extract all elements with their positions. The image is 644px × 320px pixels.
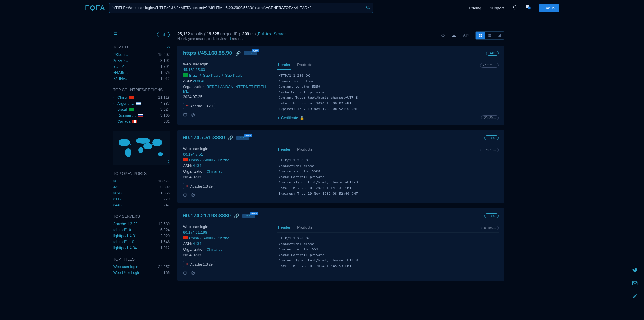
edit-icon[interactable] [632, 293, 638, 300]
screenshot-icon[interactable] [183, 113, 187, 118]
region-link[interactable]: Sao Paulo [203, 73, 220, 78]
port-pill[interactable]: 443 [486, 51, 499, 56]
fid-pill[interactable]: PKb…999+ [236, 136, 249, 140]
country-link[interactable]: Brazil [189, 73, 198, 78]
result-title[interactable]: 60.174.7.51:8889 [183, 135, 225, 141]
page-title-text: Web user login [183, 62, 271, 66]
link-icon[interactable]: 🔗 [234, 213, 239, 218]
svg-rect-20 [500, 34, 501, 37]
sidebar-item[interactable]: YcaLY…1,791 [113, 65, 170, 69]
component-tag[interactable]: ✒Apache 1.3.29 [183, 103, 215, 109]
port-pill[interactable]: 8889 [484, 135, 499, 140]
translate-icon[interactable] [525, 4, 531, 11]
map-expand-icon[interactable]: ⛶ [165, 160, 169, 164]
region-link[interactable]: Anhui [203, 236, 213, 240]
tab-products[interactable]: Products [297, 61, 313, 70]
more-icon[interactable]: ⋮ [360, 5, 364, 10]
fid-pill[interactable]: PKb…999+ [244, 51, 257, 55]
sidebar-item[interactable]: ›Canada681 [113, 119, 170, 124]
org-label: Organization: [183, 247, 205, 252]
chart-view-icon[interactable] [495, 32, 504, 39]
asn-link[interactable]: 4134 [193, 164, 201, 168]
sidebar-item[interactable]: Apache 1.3.2912,589 [113, 222, 170, 226]
bell-icon[interactable] [512, 5, 517, 11]
tab-products[interactable]: Products [297, 145, 313, 154]
filter-menu-icon[interactable]: ☰ [113, 31, 118, 37]
component-tag[interactable]: ✒Apache 1.3.29 [183, 183, 215, 189]
asn-link[interactable]: 268043 [193, 79, 205, 83]
sidebar-item[interactable]: ›Brazil3,624 [113, 107, 170, 112]
sidebar-item[interactable]: lighttpd/1.4.341,012 [113, 246, 170, 250]
city-link[interactable]: Chizhou [218, 158, 231, 162]
fid-pill[interactable]: PKb…999+ [242, 214, 255, 218]
sidebar-item[interactable]: 8443747 [113, 203, 170, 207]
sidebar-item[interactable]: ›Argentina4,387 [113, 101, 170, 106]
star-icon[interactable]: ☆ [441, 32, 446, 39]
sidebar-item[interactable]: Web user login24,957 [113, 265, 170, 269]
sidebar-item[interactable]: 4438,082 [113, 185, 170, 189]
login-button[interactable]: Log in [539, 4, 559, 12]
sidebar-item[interactable]: rchttpd/1.1.01,546 [113, 240, 170, 244]
sidebar-item[interactable]: ›Russian …3,165 [113, 113, 170, 118]
sidebar-item[interactable]: 80901,055 [113, 191, 170, 195]
screenshot-icon[interactable] [183, 271, 187, 276]
twitter-icon[interactable] [632, 267, 638, 275]
pricing-link[interactable]: Pricing [469, 6, 481, 10]
port-pill[interactable]: 8889 [484, 213, 499, 218]
country-link[interactable]: China [189, 158, 199, 162]
filter-all-pill[interactable]: all [157, 32, 170, 37]
screenshot-icon[interactable] [183, 193, 187, 198]
sidebar-item[interactable]: 2nBV9…3,192 [113, 59, 170, 63]
tab-products[interactable]: Products [297, 223, 313, 232]
sidebar-item[interactable]: rchttpd/1.06,924 [113, 228, 170, 232]
cert-hash-pill[interactable]: 29d29… [481, 115, 499, 120]
hash-pill[interactable]: -76971… [480, 148, 499, 152]
org-link[interactable]: Chinanet [207, 247, 222, 252]
hash-pill[interactable]: -76971… [480, 63, 499, 68]
search-icon[interactable] [366, 5, 370, 11]
country-link[interactable]: China [189, 236, 199, 240]
city-link[interactable]: Sao Paulo [225, 73, 242, 78]
sidebar-item[interactable]: Web User Login165 [113, 271, 170, 275]
sidebar-item[interactable]: ›China11,118 [113, 95, 170, 100]
ip-link[interactable]: 60.174.21.198 [183, 230, 207, 235]
ip-link[interactable]: 45.168.85.90 [183, 68, 205, 72]
cube-icon[interactable] [191, 113, 195, 118]
grid-view-icon[interactable] [476, 32, 485, 39]
download-icon[interactable] [451, 32, 457, 39]
tab-header[interactable]: Header [277, 223, 291, 232]
org-link[interactable]: Chinanet [207, 169, 222, 174]
sidebar-item[interactable]: B/TINv…1,012 [113, 76, 170, 81]
sidebar-item[interactable]: vNZJ5…1,075 [113, 70, 170, 75]
cube-icon[interactable] [191, 193, 195, 198]
sidebar-item[interactable]: lighttpd/1.4.312,020 [113, 234, 170, 238]
fid-clear-icon[interactable]: ⟲ [167, 45, 170, 49]
svg-point-7 [143, 143, 152, 149]
support-link[interactable]: Support [490, 6, 504, 10]
world-map[interactable]: ⛶ [113, 131, 170, 165]
sidebar-item[interactable]: 8010,477 [113, 179, 170, 183]
fulltext-link[interactable]: Full-text Search [258, 31, 286, 36]
link-icon[interactable]: 🔗 [228, 135, 233, 140]
component-tag[interactable]: ✒Apache 1.3.29 [183, 261, 215, 267]
region-link[interactable]: Anhui [203, 158, 213, 162]
cube-icon[interactable] [191, 271, 195, 276]
city-link[interactable]: Chizhou [218, 236, 231, 240]
certificate-link[interactable]: + Certificate 🔒 [277, 116, 304, 120]
search-input[interactable] [112, 6, 358, 10]
view-all-link[interactable]: all [228, 37, 231, 41]
hash-pill[interactable]: 64453… [481, 226, 499, 230]
api-link[interactable]: API [463, 33, 470, 38]
mail-icon[interactable] [632, 280, 638, 288]
ip-link[interactable]: 60.174.7.51 [183, 152, 203, 157]
logo[interactable]: FFA [85, 4, 105, 12]
tab-header[interactable]: Header [277, 61, 291, 70]
list-view-icon[interactable] [485, 32, 495, 39]
sidebar-item[interactable]: 8117779 [113, 197, 170, 201]
sidebar-item[interactable]: PKbdn…15,607 [113, 53, 170, 57]
asn-link[interactable]: 4134 [193, 242, 201, 246]
result-title[interactable]: 60.174.21.198:8889 [183, 213, 231, 219]
result-title[interactable]: https://45.168.85.90 [183, 50, 232, 56]
link-icon[interactable]: 🔗 [235, 51, 241, 56]
tab-header[interactable]: Header [277, 145, 291, 154]
